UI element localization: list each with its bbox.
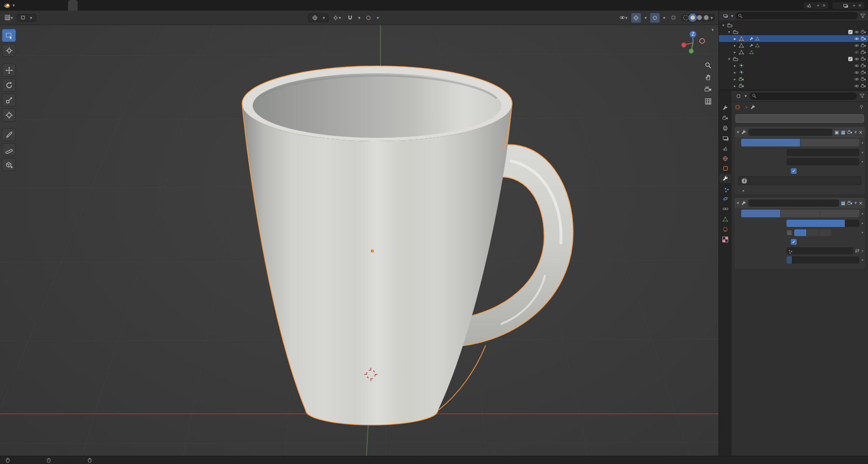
camera-view-icon[interactable] bbox=[705, 86, 712, 93]
gizmo-x-axis[interactable] bbox=[681, 43, 686, 48]
expand-icon[interactable]: ▸ bbox=[732, 50, 737, 54]
render-display-toggle[interactable] bbox=[847, 130, 853, 135]
tab-collapse[interactable] bbox=[741, 210, 780, 217]
hide-eye-icon[interactable] bbox=[854, 29, 859, 35]
tab-output[interactable] bbox=[719, 123, 731, 133]
tab-scene[interactable] bbox=[719, 144, 731, 153]
blender-logo-icon[interactable] bbox=[3, 2, 11, 9]
workspace-tab-shading[interactable] bbox=[107, 0, 116, 11]
filter-icon[interactable] bbox=[859, 93, 865, 99]
render-levels-field[interactable] bbox=[787, 158, 859, 165]
outliner-row-area[interactable]: ▸ bbox=[719, 62, 868, 69]
expand-icon[interactable]: ▸ bbox=[732, 64, 737, 68]
options-dropdown[interactable]: ▾ bbox=[709, 27, 714, 32]
menu-select[interactable] bbox=[48, 17, 53, 19]
proportional-dropdown[interactable]: ▾ bbox=[377, 15, 379, 20]
new-scene-icon[interactable]: ＋ bbox=[816, 2, 820, 9]
outliner-editor-type[interactable] bbox=[721, 12, 729, 20]
snap-dropdown[interactable]: ▾ bbox=[358, 15, 361, 20]
new-view-layer-icon[interactable]: ＋ bbox=[852, 2, 856, 9]
outliner-row-scene-collection[interactable]: ▾ bbox=[719, 22, 868, 28]
workspace-tab-rendering[interactable] bbox=[126, 0, 136, 11]
tool-box-select[interactable] bbox=[2, 29, 16, 42]
tool-rotate[interactable] bbox=[2, 79, 16, 92]
shading-material-icon[interactable] bbox=[697, 15, 702, 20]
gizmos-toggle[interactable] bbox=[631, 13, 641, 23]
menu-add[interactable] bbox=[56, 17, 61, 19]
view-layer-selector[interactable]: ＋ × bbox=[832, 1, 865, 10]
navigation-gizmo[interactable]: Z bbox=[679, 29, 707, 57]
tab-material[interactable] bbox=[719, 225, 731, 234]
render-camera-icon[interactable] bbox=[861, 83, 866, 89]
tab-catmull-clark[interactable] bbox=[741, 139, 800, 146]
tool-annotate[interactable] bbox=[2, 128, 16, 141]
tab-planar[interactable] bbox=[820, 210, 859, 217]
tool-scale[interactable] bbox=[2, 93, 16, 106]
render-camera-icon[interactable] bbox=[861, 29, 866, 35]
filter-icon[interactable] bbox=[860, 13, 866, 19]
render-camera-icon[interactable] bbox=[861, 36, 866, 41]
exclude-checkbox[interactable] bbox=[848, 30, 853, 34]
outliner-row-collection-3[interactable]: ▾ bbox=[719, 55, 868, 62]
expand-icon[interactable]: ▸ bbox=[732, 37, 737, 41]
close-icon[interactable]: × bbox=[859, 200, 863, 206]
hide-eye-icon[interactable] bbox=[854, 50, 859, 55]
collapse-icon[interactable]: ▾ bbox=[737, 130, 739, 134]
expand-icon[interactable]: ▸ bbox=[732, 43, 737, 48]
ratio-slider[interactable] bbox=[787, 220, 859, 227]
expand-icon[interactable]: ▸ bbox=[732, 77, 737, 81]
tab-tool[interactable] bbox=[719, 103, 731, 112]
menu-edit[interactable] bbox=[23, 4, 30, 6]
mug-body[interactable] bbox=[242, 66, 512, 425]
axis-x-button[interactable] bbox=[794, 229, 806, 236]
hide-eye-icon[interactable] bbox=[854, 83, 859, 89]
add-workspace-button[interactable] bbox=[164, 0, 172, 11]
exclude-checkbox[interactable] bbox=[848, 57, 853, 61]
remove-view-layer-icon[interactable]: × bbox=[858, 3, 862, 8]
visibility-dropdown[interactable]: ▾ bbox=[618, 13, 628, 23]
workspace-tab-modeling[interactable] bbox=[68, 0, 78, 11]
chevron-down-icon[interactable]: ▾ bbox=[745, 93, 747, 98]
axis-y-button[interactable] bbox=[807, 229, 819, 236]
gizmo-y-axis[interactable] bbox=[689, 49, 694, 53]
symmetry-toggle[interactable] bbox=[787, 230, 792, 235]
outliner-row-area-001[interactable]: ▸ bbox=[719, 69, 868, 76]
tab-render[interactable] bbox=[719, 113, 731, 122]
properties-editor-type[interactable] bbox=[734, 92, 742, 100]
render-camera-icon[interactable] bbox=[861, 43, 866, 48]
overlays-toggle[interactable] bbox=[650, 13, 660, 23]
hide-eye-icon[interactable] bbox=[854, 70, 859, 75]
modifier-name-field[interactable] bbox=[748, 129, 833, 136]
tab-view-layer[interactable] bbox=[719, 133, 731, 143]
edit-mode-display-toggle[interactable]: ▣ bbox=[834, 130, 839, 135]
workspace-tab-scripting[interactable] bbox=[155, 0, 164, 11]
tab-world[interactable] bbox=[719, 154, 731, 163]
triangulate-checkbox[interactable] bbox=[791, 239, 797, 245]
unlink-scene-icon[interactable]: × bbox=[822, 3, 826, 8]
realtime-display-toggle[interactable]: ▦ bbox=[841, 130, 845, 135]
menu-file[interactable] bbox=[15, 4, 23, 6]
add-modifier-button[interactable] bbox=[735, 114, 864, 123]
hide-eye-icon[interactable] bbox=[854, 77, 859, 82]
tool-transform[interactable] bbox=[2, 108, 16, 121]
outliner-row-collection[interactable]: ▾ bbox=[719, 28, 868, 35]
tab-simple[interactable] bbox=[800, 139, 859, 146]
workspace-tab-compositing[interactable] bbox=[136, 0, 145, 11]
close-icon[interactable]: × bbox=[859, 130, 863, 135]
pan-hand-icon[interactable] bbox=[705, 74, 712, 81]
outliner-row-camera[interactable]: ▸ bbox=[719, 76, 868, 82]
menu-window[interactable] bbox=[38, 4, 46, 6]
tab-constraints[interactable] bbox=[719, 204, 731, 213]
mode-dropdown[interactable]: ▾ bbox=[17, 14, 36, 22]
extras-dropdown[interactable]: ▾ bbox=[854, 200, 857, 205]
menu-help[interactable] bbox=[46, 4, 54, 6]
shading-wireframe-icon[interactable] bbox=[683, 15, 689, 20]
tab-unsubdivide[interactable] bbox=[781, 210, 820, 217]
snap-toggle[interactable] bbox=[345, 13, 355, 23]
tab-object[interactable] bbox=[719, 164, 731, 173]
editor-type-selector[interactable]: ▾ bbox=[4, 13, 14, 23]
vertex-group-field[interactable] bbox=[787, 247, 853, 254]
shading-dropdown[interactable]: ▾ bbox=[710, 15, 713, 20]
axis-z-button[interactable] bbox=[819, 229, 831, 236]
outliner-row-camera-001[interactable]: ▸ bbox=[719, 82, 868, 89]
